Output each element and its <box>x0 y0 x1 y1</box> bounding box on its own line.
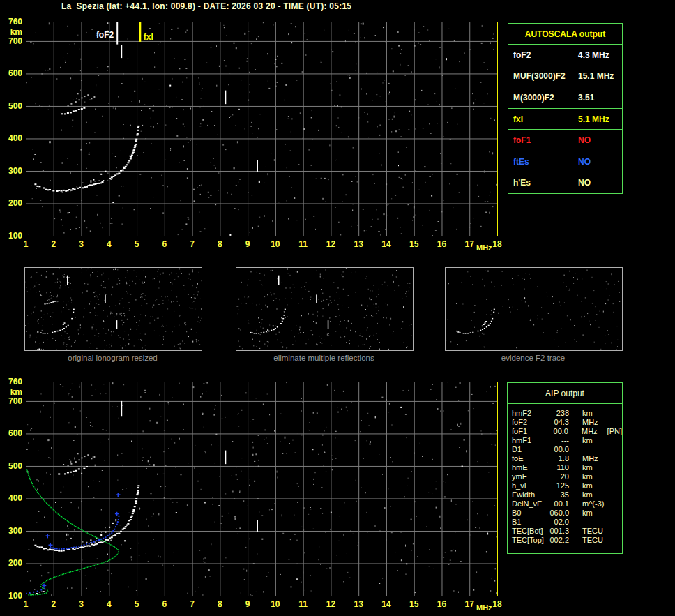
y-tick-top_ionogram: 700 <box>1 37 22 46</box>
autoscala-param-value: 5.1 MHz <box>568 109 622 130</box>
x-tick-top_ionogram: 5 <box>128 240 146 249</box>
aip-param-label: ymE <box>512 472 545 481</box>
thumbnail-original-ionogram <box>24 267 202 351</box>
x-tick-top_ionogram: 10 <box>266 240 285 249</box>
x-axis-unit-reconstructed_ionogram: MHz <box>476 603 492 613</box>
aip-param-unit: km <box>582 509 593 518</box>
autoscala-param-value: NO <box>568 151 622 172</box>
x-tick-reconstructed_ionogram: 5 <box>128 600 146 609</box>
y-tick-top_ionogram: 200 <box>1 199 22 208</box>
autoscala-output-table: AUTOSCALA output foF24.3 MHzMUF(3000)F21… <box>508 23 623 194</box>
x-tick-top_ionogram: 16 <box>432 240 450 249</box>
autoscala-table-title: AUTOSCALA output <box>508 24 622 45</box>
aip-param-unit: MHz <box>582 418 598 427</box>
aip-param-value: 1.8 <box>545 454 569 463</box>
y-tick-top_ionogram: 760 <box>1 17 22 27</box>
ionogram-plot-top: foF2fxI <box>26 22 498 239</box>
aip-param-label: DelN_vE <box>512 499 545 509</box>
aip-table-title: AIP output <box>508 383 622 404</box>
aip-param-unit: km <box>582 490 593 499</box>
aip-param-unit: km <box>582 472 593 481</box>
autoscala-param-label: foF1 <box>508 130 568 151</box>
x-tick-top_ionogram: 9 <box>238 240 257 249</box>
x-tick-reconstructed_ionogram: 4 <box>100 600 118 609</box>
aip-param-unit: km <box>582 463 593 472</box>
aip-param-value: 110 <box>545 463 569 472</box>
aip-param-label: foF2 <box>512 418 545 427</box>
aip-param-unit: TECU <box>582 536 603 545</box>
autoscala-param-value: 3.51 <box>568 87 622 108</box>
aip-row-foF1: foF100.0MHz[PN] <box>512 427 622 436</box>
ionogram-plot-reconstructed <box>26 382 498 599</box>
thumbnail-caption-original: original ionogram resized <box>10 354 215 362</box>
y-tick-reconstructed_ionogram: 600 <box>1 429 22 438</box>
aip-table-body: hmF2238kmfoF204.3MHzfoF100.0MHz[PN]hmF1-… <box>508 404 622 545</box>
aip-row-hmF1: hmF1---km <box>512 436 622 445</box>
aip-output-table: AIP output hmF2238kmfoF204.3MHzfoF100.0M… <box>507 382 623 554</box>
aip-param-value: 00.0 <box>545 445 569 454</box>
x-tick-top_ionogram: 12 <box>321 240 340 249</box>
aip-param-unit: km <box>582 481 593 490</box>
x-tick-top_ionogram: 2 <box>45 240 63 249</box>
autoscala-param-label: h'Es <box>508 172 568 193</box>
autoscala-param-value: 15.1 MHz <box>568 66 622 87</box>
aip-row-hmE: hmE110km <box>512 463 622 472</box>
autoscala-param-label: foF2 <box>508 45 568 66</box>
autoscala-row-foF1: foF1NO <box>508 130 622 151</box>
y-axis-unit-top_ionogram: km <box>1 28 22 37</box>
x-tick-top_ionogram: 11 <box>294 240 312 249</box>
y-tick-top_ionogram: 500 <box>1 102 22 111</box>
aip-param-label: foE <box>512 454 545 463</box>
aip-row-B0: B0060.0km <box>512 509 622 518</box>
thumbnail-canvas <box>236 268 413 350</box>
y-tick-reconstructed_ionogram: 760 <box>1 377 22 386</box>
aip-row-B1: B102.0 <box>512 518 622 527</box>
x-tick-reconstructed_ionogram: 1 <box>17 600 35 609</box>
autoscala-row-h'Es: h'EsNO <box>508 172 622 193</box>
autoscala-table-body: foF24.3 MHzMUF(3000)F215.1 MHzM(3000)F23… <box>508 45 622 193</box>
aip-param-label: B0 <box>512 509 545 518</box>
x-tick-reconstructed_ionogram: 8 <box>211 600 229 609</box>
autoscala-param-value: NO <box>568 130 622 151</box>
aip-param-value: 238 <box>545 409 569 418</box>
aip-row-D1: D100.0 <box>512 445 622 454</box>
aip-param-value: 00.0 <box>545 427 568 436</box>
aip-row-TEC[Top]: TEC[Top]002.2TECU <box>512 536 622 545</box>
marker-label-fxI: fxI <box>144 32 153 42</box>
x-tick-top_ionogram: 14 <box>377 240 395 249</box>
station-title: La_Spezia (lat: +44.1, lon: 009.8) - DAT… <box>61 1 351 11</box>
x-axis-unit-top_ionogram: MHz <box>476 243 492 253</box>
aip-row-h_vE: h_vE125km <box>512 481 622 490</box>
aip-param-value: 001.3 <box>545 527 569 536</box>
thumbnail-caption-evidence: evidence F2 trace <box>431 354 635 362</box>
x-tick-reconstructed_ionogram: 15 <box>405 600 423 609</box>
x-tick-top_ionogram: 6 <box>156 240 174 249</box>
aip-param-unit: MHz <box>582 454 598 463</box>
x-tick-top_ionogram: 4 <box>100 240 118 249</box>
thumbnail-eliminate-reflections <box>236 267 414 351</box>
x-tick-top_ionogram: 13 <box>349 240 367 249</box>
aip-param-value: 00.1 <box>545 499 569 509</box>
x-tick-reconstructed_ionogram: 16 <box>432 600 450 609</box>
x-tick-reconstructed_ionogram: 12 <box>321 600 340 609</box>
x-tick-reconstructed_ionogram: 6 <box>156 600 174 609</box>
autoscala-param-label: fxI <box>508 109 568 130</box>
autoscala-row-foF2: foF24.3 MHz <box>508 45 622 66</box>
aip-param-label: B1 <box>512 518 545 527</box>
aip-param-label: TEC[Top] <box>512 536 545 545</box>
aip-param-unit: MHz <box>582 427 598 436</box>
x-tick-reconstructed_ionogram: 9 <box>238 600 257 609</box>
aip-param-label: hmF2 <box>512 409 545 418</box>
aip-param-value: 060.0 <box>545 509 569 518</box>
aip-row-foE: foE1.8MHz <box>512 454 622 463</box>
y-tick-reconstructed_ionogram: 300 <box>1 527 22 536</box>
x-tick-reconstructed_ionogram: 13 <box>349 600 367 609</box>
thumbnail-caption-eliminate: eliminate multiple reflections <box>222 354 426 362</box>
aip-param-value: --- <box>545 436 569 445</box>
autoscala-row-MUF(3000)F2: MUF(3000)F215.1 MHz <box>508 66 622 88</box>
x-tick-top_ionogram: 15 <box>405 240 423 249</box>
thumbnail-canvas <box>446 268 622 350</box>
autoscala-param-value: NO <box>568 172 622 193</box>
autoscala-param-label: MUF(3000)F2 <box>508 66 568 87</box>
x-tick-reconstructed_ionogram: 10 <box>266 600 285 609</box>
